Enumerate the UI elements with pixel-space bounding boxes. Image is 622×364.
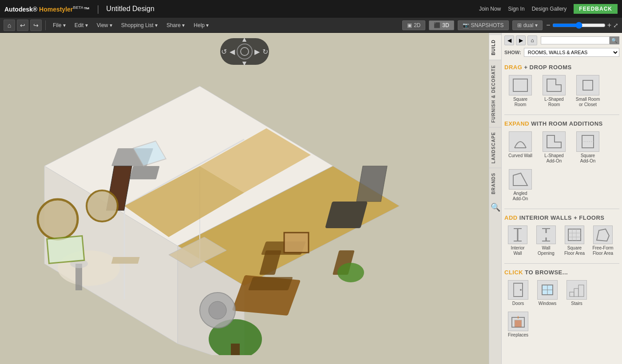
drag-label: DRAG [504, 64, 522, 71]
doors-item[interactable]: Doors [504, 278, 532, 308]
panel-search-bar: 🔍 [541, 36, 619, 44]
small-room-label: Small Roomor Closet [576, 97, 600, 107]
snapshots-button[interactable]: 📷 SNAPSHOTS [458, 20, 509, 30]
stairs-icon [567, 280, 587, 300]
small-room-item[interactable]: Small Roomor Closet [572, 73, 604, 109]
view-3d-button[interactable]: ⬛ 3D [429, 20, 454, 30]
section-drag-drop: DRAG + DROP ROOMS [504, 64, 619, 71]
panel-back-button[interactable]: ◀ [504, 36, 514, 45]
canvas-area[interactable]: ↺ ▲ ◀ ▶ ▼ ↻ [0, 33, 489, 364]
panel-search-input[interactable] [541, 36, 610, 44]
svg-rect-26 [284, 233, 309, 253]
square-floor-label: SquareFloor Area [564, 245, 585, 256]
windows-icon [537, 280, 558, 300]
svg-rect-22 [231, 344, 240, 355]
expand-label: EXPAND [504, 120, 529, 127]
interior-label: INTERIOR WALLS + FLOORS [519, 214, 605, 221]
angled-add-item[interactable]: AngledAdd-On [504, 167, 536, 203]
feedback-button[interactable]: FEEDBACK [574, 4, 618, 14]
fireplaces-item[interactable]: Fireplaces [504, 310, 532, 340]
show-select[interactable]: ROOMS, WALLS & AREAS WALLS ONLY FLOORS O… [524, 48, 619, 57]
svg-point-25 [209, 301, 226, 319]
expand-button[interactable]: ⤢ [613, 22, 618, 29]
panel-home-button[interactable]: ⌂ [527, 36, 537, 45]
section-expand: EXPAND WITH ROOM ADDITIONS [504, 120, 619, 127]
panel-content: ◀ ▶ ⌂ 🔍 SHOW: ROOMS, WALLS & AREAS WALLS… [502, 33, 622, 364]
camera-icon: 📷 [463, 22, 469, 28]
wall-opening-item[interactable]: WallOpening [533, 224, 559, 258]
panel-search-icon[interactable]: 🔍 [487, 199, 504, 216]
edit-menu[interactable]: Edit ▾ [71, 20, 91, 30]
curved-wall-item[interactable]: Curved Wall [504, 130, 536, 166]
square-floor-item[interactable]: SquareFloor Area [561, 224, 588, 258]
browse-label: TO BROWSE... [525, 269, 568, 276]
toolbar-separator-1 [45, 20, 46, 30]
tab-brands[interactable]: BRANDS [489, 168, 501, 199]
add-label: ADD [504, 214, 518, 221]
divider-2 [504, 209, 619, 209]
title-separator: | [97, 4, 99, 14]
sign-in-link[interactable]: Sign In [508, 6, 524, 12]
drop-label: + DROP [524, 64, 549, 71]
square-room-item[interactable]: SquareRoom [504, 73, 536, 109]
floor-plan-svg [0, 33, 486, 355]
design-gallery-link[interactable]: Design Gallery [532, 6, 567, 12]
zoom-slider[interactable] [552, 22, 606, 29]
tab-landscape[interactable]: LANDSCAPE [489, 127, 501, 168]
redo-button[interactable]: ↪ [30, 20, 42, 31]
svg-rect-62 [578, 285, 584, 297]
zoom-out-button[interactable]: − [546, 21, 550, 29]
tab-furnish[interactable]: FURNISH & DECORATE [489, 60, 501, 127]
l-shaped-add-item[interactable]: L-ShapedAdd-On [538, 130, 570, 166]
free-form-floor-item[interactable]: Free-FormFloor Area [590, 224, 616, 258]
fireplaces-icon [508, 312, 528, 331]
svg-rect-34 [513, 79, 527, 91]
beta-label: BETA [73, 5, 83, 10]
show-label: SHOW: [504, 50, 521, 55]
undo-button[interactable]: ↩ [17, 20, 28, 31]
l-shaped-room-item[interactable]: L-ShapedRoom [538, 73, 570, 109]
interior-wall-label: InteriorWall [511, 245, 524, 256]
join-now-link[interactable]: Join Now [479, 6, 501, 12]
home-button[interactable]: ⌂ [4, 20, 15, 31]
design-title[interactable]: Untitled Design [106, 5, 155, 13]
panel-forward-button[interactable]: ▶ [516, 36, 526, 45]
square-add-label: SquareAdd-On [580, 153, 595, 164]
svg-rect-11 [130, 166, 160, 179]
windows-item[interactable]: Windows [534, 278, 561, 308]
rooms-grid: SquareRoom L-ShapedRoom [504, 73, 619, 109]
doors-label: Doors [512, 301, 524, 306]
square-add-item[interactable]: SquareAdd-On [572, 130, 604, 166]
svg-rect-33 [47, 236, 84, 263]
click-label: CLICK [504, 269, 523, 276]
wall-opening-label: WallOpening [538, 245, 555, 256]
interior-wall-icon [508, 226, 527, 244]
help-menu[interactable]: Help ▾ [190, 20, 212, 30]
view-2d-button[interactable]: ▣ 2D [402, 20, 425, 30]
panel-search-submit[interactable]: 🔍 [610, 36, 619, 44]
l-shaped-add-icon [543, 131, 566, 152]
topbar: Autodesk® HomestylerBETA™ | Untitled Des… [0, 0, 622, 18]
autodesk-label: Autodesk [4, 5, 33, 12]
topbar-left: Autodesk® HomestylerBETA™ | Untitled Des… [4, 4, 155, 14]
with-label: WITH ROOM ADDITIONS [531, 120, 602, 127]
zoom-in-button[interactable]: + [607, 21, 611, 29]
section-add-interior: ADD INTERIOR WALLS + FLOORS [504, 214, 619, 221]
additions-grid: Curved Wall L-ShapedAdd-On [504, 130, 619, 203]
toolbar: ⌂ ↩ ↪ File ▾ Edit ▾ View ▾ Shopping List… [0, 18, 622, 33]
interior-wall-item[interactable]: InteriorWall [504, 224, 531, 258]
square-floor-icon [565, 226, 584, 244]
share-menu[interactable]: Share ▾ [163, 20, 188, 30]
svg-rect-64 [515, 320, 522, 327]
divider-1 [504, 115, 619, 115]
side-tabs: BUILD FURNISH & DECORATE LANDSCAPE BRAND… [489, 33, 502, 364]
tab-build[interactable]: BUILD [489, 35, 501, 60]
dual-button[interactable]: ⊞ dual ▾ [512, 20, 543, 30]
topbar-right: Join Now Sign In Design Gallery FEEDBACK [479, 4, 618, 14]
view-menu[interactable]: View ▾ [93, 20, 116, 30]
svg-point-56 [520, 289, 522, 291]
section-click-browse: CLICK TO BROWSE... [504, 269, 619, 276]
stairs-item[interactable]: Stairs [563, 278, 590, 308]
shopping-list-menu[interactable]: Shopping List ▾ [118, 20, 161, 30]
file-menu[interactable]: File ▾ [49, 20, 69, 30]
